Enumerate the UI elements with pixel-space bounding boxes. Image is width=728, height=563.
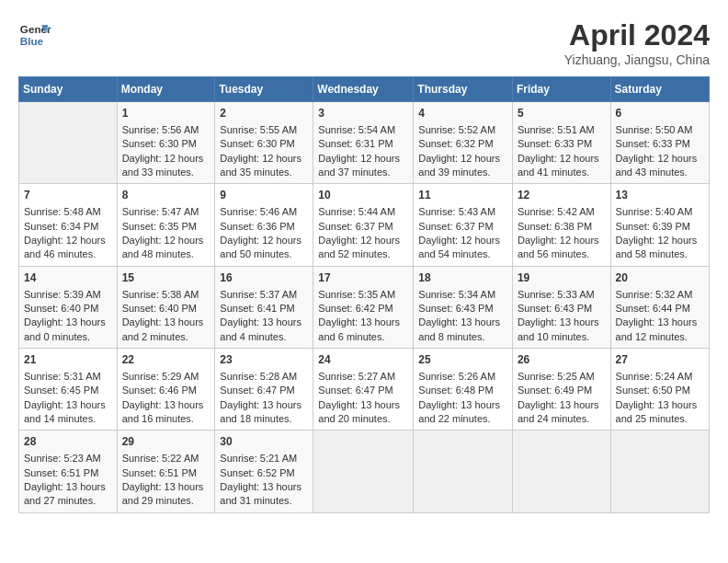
calendar-header: SundayMondayTuesdayWednesdayThursdayFrid… — [19, 77, 710, 102]
day-number: 23 — [220, 352, 308, 368]
calendar-cell: 14 Sunrise: 5:39 AM Sunset: 6:40 PM Dayl… — [19, 266, 118, 348]
calendar-cell: 18 Sunrise: 5:34 AM Sunset: 6:43 PM Dayl… — [414, 266, 513, 348]
sunset: Sunset: 6:40 PM — [122, 303, 197, 314]
sunset: Sunset: 6:40 PM — [24, 303, 98, 314]
daylight: Daylight: 13 hours and 10 minutes. — [518, 316, 599, 341]
day-number: 8 — [122, 188, 210, 203]
sunset: Sunset: 6:36 PM — [220, 221, 294, 232]
sunrise: Sunrise: 5:46 AM — [220, 206, 297, 217]
daylight: Daylight: 12 hours and 46 minutes. — [24, 235, 106, 259]
calendar-cell: 24 Sunrise: 5:27 AM Sunset: 6:47 PM Dayl… — [313, 349, 414, 431]
sunset: Sunset: 6:52 PM — [220, 467, 294, 478]
sunset: Sunset: 6:38 PM — [518, 221, 592, 232]
day-number: 11 — [418, 188, 507, 203]
sunset: Sunset: 6:41 PM — [220, 303, 294, 314]
sunset: Sunset: 6:34 PM — [24, 221, 98, 232]
calendar-cell — [610, 431, 709, 512]
day-number: 6 — [616, 106, 704, 121]
calendar-cell: 9 Sunrise: 5:46 AM Sunset: 6:36 PM Dayli… — [215, 184, 313, 266]
day-number: 2 — [220, 106, 308, 121]
day-number: 16 — [220, 270, 308, 286]
header-day-saturday: Saturday — [610, 77, 709, 102]
sunrise: Sunrise: 5:22 AM — [122, 453, 199, 464]
sunset: Sunset: 6:33 PM — [518, 138, 592, 149]
month-title: April 2024 — [564, 18, 710, 52]
sunset: Sunset: 6:37 PM — [418, 221, 493, 232]
sunset: Sunset: 6:51 PM — [24, 467, 98, 478]
day-number: 18 — [418, 270, 507, 286]
sunrise: Sunrise: 5:51 AM — [518, 124, 595, 135]
calendar-cell: 15 Sunrise: 5:38 AM Sunset: 6:40 PM Dayl… — [117, 266, 215, 348]
day-number: 17 — [318, 270, 408, 286]
daylight: Daylight: 12 hours and 35 minutes. — [220, 153, 301, 178]
sunset: Sunset: 6:39 PM — [616, 221, 690, 232]
week-row-3: 21 Sunrise: 5:31 AM Sunset: 6:45 PM Dayl… — [19, 349, 710, 431]
sunset: Sunset: 6:46 PM — [122, 385, 197, 396]
sunset: Sunset: 6:47 PM — [220, 385, 294, 396]
sunrise: Sunrise: 5:38 AM — [122, 289, 199, 300]
daylight: Daylight: 12 hours and 43 minutes. — [616, 153, 698, 178]
day-number: 20 — [616, 270, 704, 286]
calendar-cell: 22 Sunrise: 5:29 AM Sunset: 6:46 PM Dayl… — [117, 349, 215, 431]
daylight: Daylight: 12 hours and 39 minutes. — [418, 153, 500, 178]
daylight: Daylight: 13 hours and 2 minutes. — [122, 316, 204, 341]
sunset: Sunset: 6:45 PM — [24, 385, 98, 396]
day-number: 7 — [24, 188, 112, 203]
svg-text:Blue: Blue — [20, 35, 44, 47]
sunset: Sunset: 6:30 PM — [122, 138, 197, 149]
sunrise: Sunrise: 5:40 AM — [616, 206, 693, 217]
daylight: Daylight: 13 hours and 24 minutes. — [518, 399, 599, 424]
calendar-cell: 10 Sunrise: 5:44 AM Sunset: 6:37 PM Dayl… — [313, 184, 414, 266]
logo: General Blue — [18, 18, 51, 52]
daylight: Daylight: 13 hours and 14 minutes. — [24, 399, 106, 424]
sunset: Sunset: 6:42 PM — [318, 303, 392, 314]
sunset: Sunset: 6:33 PM — [616, 138, 690, 149]
header-day-friday: Friday — [512, 77, 610, 102]
sunrise: Sunrise: 5:21 AM — [220, 453, 297, 464]
calendar-cell: 25 Sunrise: 5:26 AM Sunset: 6:48 PM Dayl… — [414, 349, 513, 431]
calendar-cell: 27 Sunrise: 5:24 AM Sunset: 6:50 PM Dayl… — [610, 349, 709, 431]
calendar-table: SundayMondayTuesdayWednesdayThursdayFrid… — [18, 76, 710, 513]
sunset: Sunset: 6:35 PM — [122, 221, 197, 232]
calendar-cell: 2 Sunrise: 5:55 AM Sunset: 6:30 PM Dayli… — [215, 102, 313, 184]
header-day-monday: Monday — [117, 77, 215, 102]
page-header: General Blue April 2024 Yizhuang, Jiangs… — [18, 18, 710, 67]
sunrise: Sunrise: 5:28 AM — [220, 371, 297, 382]
calendar-cell: 13 Sunrise: 5:40 AM Sunset: 6:39 PM Dayl… — [610, 184, 709, 266]
header-day-tuesday: Tuesday — [215, 77, 313, 102]
calendar-cell: 30 Sunrise: 5:21 AM Sunset: 6:52 PM Dayl… — [215, 431, 313, 512]
daylight: Daylight: 12 hours and 52 minutes. — [318, 235, 400, 259]
daylight: Daylight: 13 hours and 29 minutes. — [122, 481, 204, 506]
sunrise: Sunrise: 5:25 AM — [518, 371, 595, 382]
sunrise: Sunrise: 5:27 AM — [318, 371, 395, 382]
sunset: Sunset: 6:44 PM — [616, 303, 690, 314]
calendar-cell: 4 Sunrise: 5:52 AM Sunset: 6:32 PM Dayli… — [414, 102, 513, 184]
day-number: 10 — [318, 188, 408, 203]
sunrise: Sunrise: 5:35 AM — [318, 289, 395, 300]
calendar-cell: 23 Sunrise: 5:28 AM Sunset: 6:47 PM Dayl… — [215, 349, 313, 431]
sunset: Sunset: 6:49 PM — [518, 385, 592, 396]
sunrise: Sunrise: 5:42 AM — [518, 206, 595, 217]
daylight: Daylight: 12 hours and 54 minutes. — [418, 235, 500, 259]
sunrise: Sunrise: 5:32 AM — [616, 289, 693, 300]
calendar-cell — [414, 431, 513, 512]
sunset: Sunset: 6:43 PM — [418, 303, 493, 314]
daylight: Daylight: 12 hours and 48 minutes. — [122, 235, 204, 259]
calendar-cell: 12 Sunrise: 5:42 AM Sunset: 6:38 PM Dayl… — [512, 184, 610, 266]
day-number: 5 — [518, 106, 606, 121]
day-number: 22 — [122, 352, 210, 368]
day-number: 30 — [220, 434, 308, 450]
sunrise: Sunrise: 5:56 AM — [122, 124, 199, 135]
calendar-cell — [19, 102, 118, 184]
sunset: Sunset: 6:32 PM — [418, 138, 493, 149]
daylight: Daylight: 13 hours and 27 minutes. — [24, 481, 106, 506]
sunrise: Sunrise: 5:33 AM — [518, 289, 595, 300]
sunrise: Sunrise: 5:48 AM — [24, 206, 101, 217]
day-number: 14 — [24, 270, 112, 286]
day-number: 21 — [24, 352, 112, 368]
day-number: 27 — [616, 352, 704, 368]
week-row-4: 28 Sunrise: 5:23 AM Sunset: 6:51 PM Dayl… — [19, 431, 710, 512]
daylight: Daylight: 12 hours and 58 minutes. — [616, 235, 698, 259]
daylight: Daylight: 13 hours and 18 minutes. — [220, 399, 301, 424]
sunset: Sunset: 6:47 PM — [318, 385, 392, 396]
